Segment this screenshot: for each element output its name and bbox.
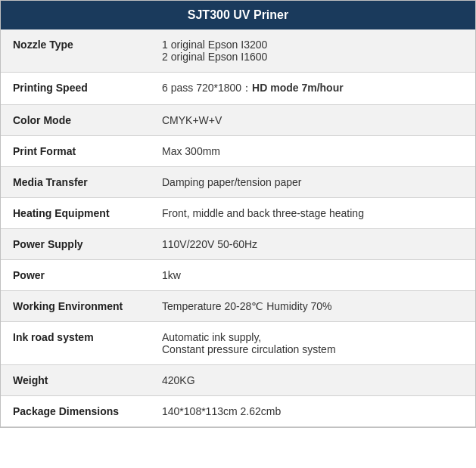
row-value: Max 300mm xyxy=(150,136,475,167)
table-row: Nozzle Type1 original Epson I32002 origi… xyxy=(1,29,475,73)
value-bold: HD mode 7m/hour xyxy=(252,82,344,94)
row-value: CMYK+W+V xyxy=(150,105,475,136)
row-label: Nozzle Type xyxy=(1,29,150,73)
spec-table: SJT300 UV Priner Nozzle Type1 original E… xyxy=(0,0,476,428)
row-value: 110V/220V 50-60Hz xyxy=(150,229,475,260)
row-value: Front, middle and back three-stage heati… xyxy=(150,198,475,229)
row-label: Power xyxy=(1,260,150,291)
table-row: Power Supply110V/220V 50-60Hz xyxy=(1,229,475,260)
row-label: Heating Equipment xyxy=(1,198,150,229)
table-row: Weight420KG xyxy=(1,365,475,396)
value-prefix: 6 pass 720*1800： xyxy=(162,82,252,94)
table-title: SJT300 UV Priner xyxy=(188,8,288,21)
spec-rows: Nozzle Type1 original Epson I32002 origi… xyxy=(1,29,475,427)
table-row: Printing Speed6 pass 720*1800：HD mode 7m… xyxy=(1,73,475,105)
row-label: Power Supply xyxy=(1,229,150,260)
row-label: Working Environment xyxy=(1,291,150,322)
table-row: Working EnvironmentTemperature 20-28℃ Hu… xyxy=(1,291,475,322)
value-line: 1 original Epson I3200 xyxy=(162,39,267,51)
row-label: Print Format xyxy=(1,136,150,167)
value-line: 2 original Epson I1600 xyxy=(162,51,267,63)
row-label: Color Mode xyxy=(1,105,150,136)
row-value: Temperature 20-28℃ Humidity 70% xyxy=(150,291,475,322)
row-value: 6 pass 720*1800：HD mode 7m/hour xyxy=(150,73,475,105)
row-value: 420KG xyxy=(150,365,475,396)
table-row: Package Dimensions140*108*113cm 2.62cmb xyxy=(1,396,475,427)
value-line: Automatic ink supply, xyxy=(162,331,261,343)
row-value: 1kw xyxy=(150,260,475,291)
row-value: Damping paper/tension paper xyxy=(150,167,475,198)
value-line: Constant pressure circulation system xyxy=(162,343,336,355)
row-label: Weight xyxy=(1,365,150,396)
table-row: Power1kw xyxy=(1,260,475,291)
row-value: Automatic ink supply,Constant pressure c… xyxy=(150,322,475,365)
row-label: Media Transfer xyxy=(1,167,150,198)
table-row: Ink road systemAutomatic ink supply,Cons… xyxy=(1,322,475,365)
row-value: 140*108*113cm 2.62cmb xyxy=(150,396,475,427)
table-row: Print FormatMax 300mm xyxy=(1,136,475,167)
table-row: Media TransferDamping paper/tension pape… xyxy=(1,167,475,198)
row-label: Ink road system xyxy=(1,322,150,365)
row-label: Package Dimensions xyxy=(1,396,150,427)
table-row: Heating EquipmentFront, middle and back … xyxy=(1,198,475,229)
row-label: Printing Speed xyxy=(1,73,150,105)
row-value: 1 original Epson I32002 original Epson I… xyxy=(150,29,475,73)
table-row: Color ModeCMYK+W+V xyxy=(1,105,475,136)
table-header: SJT300 UV Priner xyxy=(1,1,475,29)
